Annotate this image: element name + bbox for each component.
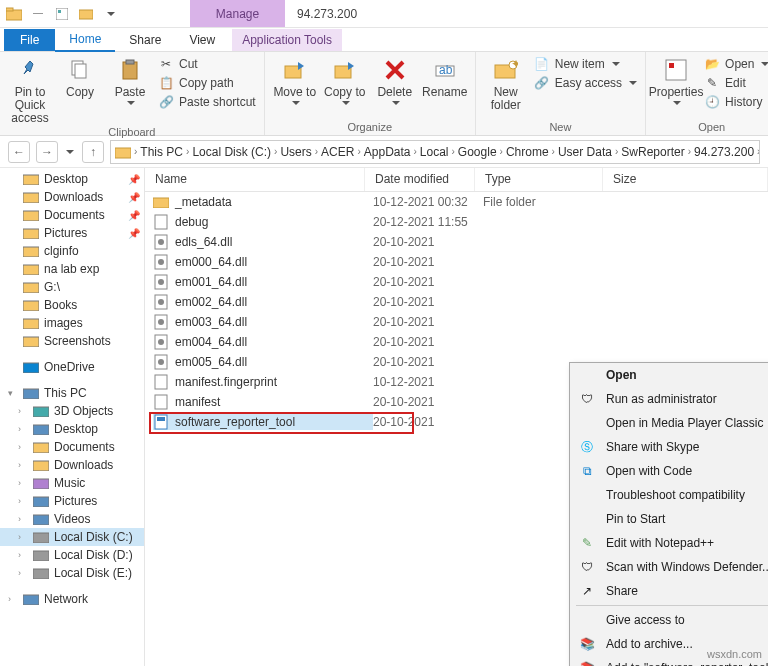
nav-back-button[interactable]: ← [8, 141, 30, 163]
tree-item[interactable]: Books [0, 296, 144, 314]
ctx-defender[interactable]: 🛡Scan with Windows Defender... [570, 555, 768, 579]
move-icon [281, 56, 309, 84]
ctx-notepad[interactable]: ✎Edit with Notepad++ [570, 531, 768, 555]
delete-button[interactable]: Delete [373, 56, 417, 105]
properties-button[interactable]: Properties [654, 56, 698, 105]
column-header-type[interactable]: Type [475, 168, 603, 191]
tree-item[interactable]: Downloads📌 [0, 188, 144, 206]
paste-shortcut-button[interactable]: 🔗Paste shortcut [158, 94, 256, 110]
tree-item[interactable]: › Local Disk (C:) [0, 528, 144, 546]
properties-icon[interactable] [54, 6, 70, 22]
twisty-icon: › [18, 424, 28, 434]
easyaccess-icon: 🔗 [534, 75, 550, 91]
tree-item[interactable]: › Pictures [0, 492, 144, 510]
open-button[interactable]: 📂Open [704, 56, 768, 72]
nav-recent-dropdown[interactable] [66, 150, 74, 154]
tree-item[interactable]: › Videos [0, 510, 144, 528]
nav-forward-button[interactable]: → [36, 141, 58, 163]
tree-item-label: Network [44, 592, 88, 606]
ctx-open[interactable]: Open [570, 363, 768, 387]
column-header-date[interactable]: Date modified [365, 168, 475, 191]
tree-item[interactable]: › Desktop [0, 420, 144, 438]
rename-button[interactable]: abRename [423, 56, 467, 99]
tree-item[interactable]: na lab exp [0, 260, 144, 278]
breadcrumb-item[interactable]: Local [420, 145, 449, 159]
file-date: 20-12-2021 11:55 [373, 215, 483, 229]
move-to-button[interactable]: Move to [273, 56, 317, 105]
copy-path-button[interactable]: 📋Copy path [158, 75, 256, 91]
tree-item[interactable]: images [0, 314, 144, 332]
tree-item[interactable]: › Downloads [0, 456, 144, 474]
file-row[interactable]: edls_64.dll 20-10-2021 [145, 232, 768, 252]
breadcrumb-item[interactable]: Local Disk (C:) [192, 145, 271, 159]
tree-item[interactable]: OneDrive [0, 358, 144, 376]
paste-button[interactable]: Paste [108, 56, 152, 105]
nav-tree[interactable]: Desktop📌 Downloads📌 Documents📌 Pictures📌… [0, 168, 145, 666]
history-button[interactable]: 🕘History [704, 94, 768, 110]
column-header-name[interactable]: Name [145, 168, 365, 191]
tree-item[interactable]: › Local Disk (D:) [0, 546, 144, 564]
breadcrumb-item[interactable]: SwReporter [621, 145, 684, 159]
qat-dropdown-icon[interactable] [102, 6, 118, 22]
contextual-tab-manage[interactable]: Manage [190, 0, 285, 27]
tree-item[interactable]: › Network [0, 590, 144, 608]
ctx-give-access[interactable]: Give access to› [570, 608, 768, 632]
copy-to-button[interactable]: Copy to [323, 56, 367, 105]
breadcrumb-item[interactable]: ACER [321, 145, 354, 159]
tab-view[interactable]: View [175, 29, 229, 51]
new-item-button[interactable]: 📄New item [534, 56, 637, 72]
file-row[interactable]: _metadata 10-12-2021 00:32 File folder [145, 192, 768, 212]
cut-button[interactable]: ✂Cut [158, 56, 256, 72]
new-folder-icon[interactable] [78, 6, 94, 22]
tab-file[interactable]: File [4, 29, 55, 51]
file-row[interactable]: em003_64.dll 20-10-2021 [145, 312, 768, 332]
tree-item[interactable]: › Music [0, 474, 144, 492]
column-headers[interactable]: Name Date modified Type Size [145, 168, 768, 192]
svg-rect-61 [157, 417, 165, 421]
tab-application-tools[interactable]: Application Tools [232, 29, 342, 51]
tree-item[interactable]: Documents📌 [0, 206, 144, 224]
tree-item[interactable]: › Documents [0, 438, 144, 456]
tree-item[interactable]: ▾ This PC [0, 384, 144, 402]
new-folder-button[interactable]: ✦New folder [484, 56, 528, 112]
tree-item[interactable]: Desktop📌 [0, 170, 144, 188]
dll-icon [153, 234, 169, 250]
ctx-compat[interactable]: Troubleshoot compatibility [570, 483, 768, 507]
file-row[interactable]: em001_64.dll 20-10-2021 [145, 272, 768, 292]
ctx-skype[interactable]: ⓈShare with Skype [570, 435, 768, 459]
tree-item[interactable]: Pictures📌 [0, 224, 144, 242]
breadcrumb-item[interactable]: Google [458, 145, 497, 159]
file-row[interactable]: em002_64.dll 20-10-2021 [145, 292, 768, 312]
breadcrumb-item[interactable]: 94.273.200 [694, 145, 754, 159]
file-list[interactable]: Name Date modified Type Size _metadata 1… [145, 168, 768, 666]
breadcrumb-item[interactable]: AppData [364, 145, 411, 159]
tab-home[interactable]: Home [55, 28, 115, 52]
tab-share[interactable]: Share [115, 29, 175, 51]
easy-access-button[interactable]: 🔗Easy access [534, 75, 637, 91]
breadcrumb[interactable]: › This PC›Local Disk (C:)›Users›ACER›App… [110, 140, 760, 164]
tree-item[interactable]: G:\ [0, 278, 144, 296]
file-row[interactable]: em004_64.dll 20-10-2021 [145, 332, 768, 352]
breadcrumb-item[interactable]: Chrome [506, 145, 549, 159]
tree-item[interactable]: › 3D Objects [0, 402, 144, 420]
nav-up-button[interactable]: ↑ [82, 141, 104, 163]
ctx-pin-start[interactable]: Pin to Start [570, 507, 768, 531]
tree-item[interactable]: › Local Disk (E:) [0, 564, 144, 582]
ctx-mpc[interactable]: Open in Media Player Classic [570, 411, 768, 435]
chevron-right-icon: › [312, 146, 321, 157]
column-header-size[interactable]: Size [603, 168, 768, 191]
tree-item[interactable]: clginfo [0, 242, 144, 260]
tree-item[interactable]: Screenshots [0, 332, 144, 350]
file-row[interactable]: debug 20-12-2021 11:55 [145, 212, 768, 232]
file-row[interactable]: em000_64.dll 20-10-2021 [145, 252, 768, 272]
edit-button[interactable]: ✎Edit [704, 75, 768, 91]
pin-quick-access-button[interactable]: Pin to Quick access [8, 56, 52, 126]
file-name: em000_64.dll [175, 255, 247, 269]
ctx-run-admin[interactable]: 🛡Run as administrator [570, 387, 768, 411]
copy-button[interactable]: Copy [58, 56, 102, 99]
breadcrumb-item[interactable]: User Data [558, 145, 612, 159]
breadcrumb-item[interactable]: This PC [140, 145, 183, 159]
ctx-vscode[interactable]: ⧉Open with Code [570, 459, 768, 483]
breadcrumb-item[interactable]: Users [280, 145, 311, 159]
ctx-share[interactable]: ↗Share [570, 579, 768, 603]
